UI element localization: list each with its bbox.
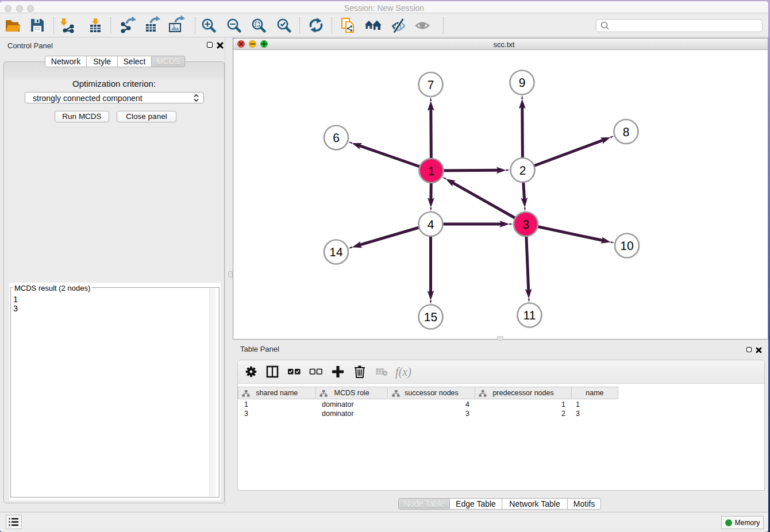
svg-text:10: 10 [620, 240, 633, 253]
svg-text:3: 3 [522, 218, 529, 232]
svg-text:9: 9 [519, 76, 526, 90]
svg-text:15: 15 [424, 311, 437, 324]
svg-text:7: 7 [428, 79, 434, 92]
svg-text:8: 8 [623, 126, 630, 139]
svg-text:4: 4 [428, 218, 434, 232]
svg-text:6: 6 [333, 132, 340, 145]
svg-text:f(x): f(x) [395, 365, 411, 379]
svg-text:1: 1 [428, 165, 435, 178]
svg-text:14: 14 [329, 246, 343, 259]
svg-text:11: 11 [523, 309, 536, 322]
svg-text:2: 2 [519, 164, 526, 178]
